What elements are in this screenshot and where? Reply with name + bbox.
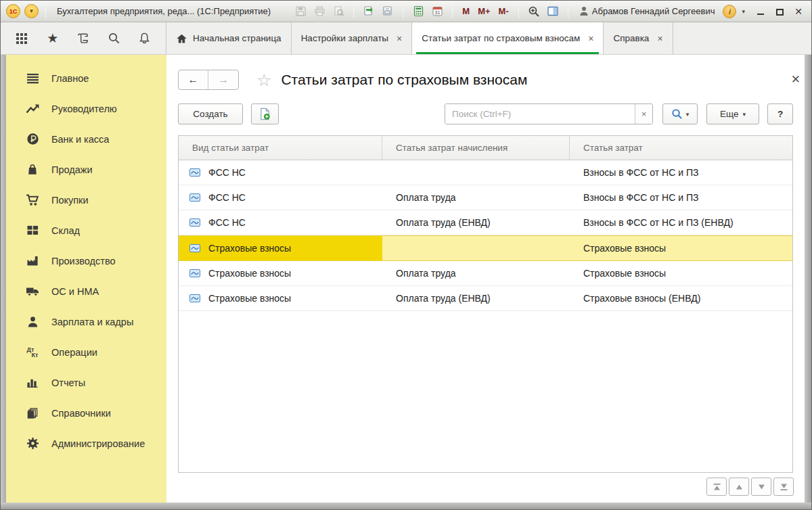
title-bar: 1С ▼ Бухгалтерия предприятия, реда... (1… [1,1,811,22]
table-row[interactable]: Страховые взносы Оплата труда Страховые … [179,261,792,286]
print-icon[interactable] [313,5,326,18]
sidebar-item-purchases[interactable]: Покупки [6,185,166,215]
zoom-icon[interactable] [527,5,541,18]
report-icon [25,376,40,390]
create-group-button[interactable] [251,103,279,124]
sidebar-item-salary-hr[interactable]: Зарплата и кадры [6,306,166,337]
all-functions-icon[interactable] [12,29,31,48]
tabbar-empty-space [673,22,811,54]
go-first-button[interactable] [706,478,727,496]
sidebar-item-label: Операции [51,347,97,358]
more-button[interactable]: Еще ▾ [706,103,759,124]
save-icon[interactable] [294,5,307,18]
info-dropdown-icon[interactable]: ▾ [742,8,745,15]
app-menu-dropdown-button[interactable]: ▼ [24,4,39,18]
sidebar-item-main[interactable]: Главное [6,63,166,93]
column-header-type[interactable]: Вид статьи затрат [179,136,382,160]
tab-help[interactable]: Справка × [604,22,673,54]
table-row[interactable]: Страховые взносы Оплата труда (ЕНВД) Стр… [179,286,792,311]
cell-accrual: Оплата труда [382,185,570,210]
tab-close-icon[interactable]: × [397,33,402,44]
cell-type: Страховые взносы [208,293,291,304]
tab-home[interactable]: Начальная страница [166,22,292,54]
receive-document-icon[interactable] [381,5,394,18]
column-header-accrual[interactable]: Статья затрат начисления [382,136,570,160]
tab-cost-items-insurance[interactable]: Статьи затрат по страховым взносам × [412,22,604,54]
calendar-day-label: 31 [434,10,440,15]
table-row[interactable]: ФСС НС Оплата труда Взносы в ФСС от НС и… [179,185,792,210]
cell-cost-item: Взносы в ФСС от НС и ПЗ [570,185,792,210]
sidebar-item-catalogs[interactable]: Справочники [6,398,166,428]
window-title: Бухгалтерия предприятия, реда... (1С:Пре… [57,6,271,16]
search-input[interactable] [445,104,635,124]
create-button[interactable]: Создать [178,103,243,124]
sidebar-item-sales[interactable]: Продажи [6,154,166,185]
split-window-icon[interactable] [546,5,560,18]
sidebar-item-administration[interactable]: Администрирование [6,428,166,459]
dropdown-icon: ▼ [29,8,35,14]
favorites-icon[interactable]: ★ [43,29,62,48]
cell-type: Страховые взносы [208,268,291,279]
sidebar-item-label: Производство [51,256,116,266]
dropdown-icon: ▾ [742,111,746,118]
separator [452,5,453,18]
sections-panel: Главное Руководителю Банк и касса Продаж… [6,55,166,503]
add-favorite-star-icon[interactable]: ☆ [256,70,271,90]
cell-cost-item: Страховые взносы (ЕНВД) [570,286,792,310]
sidebar-item-operations[interactable]: ДтКт Операции [6,337,166,367]
forward-button[interactable]: → [208,70,238,89]
window-right-frame[interactable] [805,55,811,503]
cell-type: ФСС НС [208,217,246,228]
history-nav: ← → [178,70,239,90]
cell-type: ФСС НС [208,167,246,178]
page-title: Статьи затрат по страховым взносам [281,72,527,88]
sidebar-item-fixed-assets[interactable]: ОС и НМА [6,276,166,306]
current-user[interactable]: Абрамов Геннадий Сергеевич [579,6,715,16]
memory-recall-button[interactable]: M [461,6,471,16]
table-row[interactable]: ФСС НС Взносы в ФСС от НС и ПЗ [179,160,792,185]
close-form-icon[interactable]: ✕ [791,74,800,85]
memory-plus-button[interactable]: M+ [476,6,491,16]
notifications-bell-icon[interactable] [135,29,154,48]
close-window-button[interactable]: ✕ [794,7,803,16]
search-global-icon[interactable] [104,29,123,48]
sidebar-item-label: Склад [51,225,80,236]
tab-close-icon[interactable]: × [657,33,662,44]
calendar-icon[interactable]: 31 [430,5,444,18]
more-label: Еще [720,109,738,119]
tab-label: Начальная страница [193,33,281,43]
cell-cost-item: Страховые взносы [570,236,792,260]
sidebar-item-warehouse[interactable]: Склад [6,215,166,246]
sidebar-item-reports[interactable]: Отчеты [6,367,166,398]
search-options-button[interactable]: ▾ [662,103,698,124]
tab-close-icon[interactable]: × [588,33,593,44]
history-icon[interactable] [74,29,93,48]
help-button[interactable]: ? [767,103,793,124]
go-last-button[interactable] [773,478,794,496]
table-row-selected[interactable]: Страховые взносы Страховые взносы [179,235,792,261]
print-preview-icon[interactable] [332,5,345,18]
send-document-icon[interactable] [362,5,376,18]
app-menu-button[interactable]: 1С [6,4,20,18]
go-up-button[interactable] [729,478,749,496]
back-button[interactable]: ← [179,70,208,89]
tab-label: Справка [613,33,649,43]
tab-salary-settings[interactable]: Настройки зарплаты × [292,22,413,54]
cell-cost-item: Взносы в ФСС от НС и ПЗ [570,160,792,185]
sidebar-item-manager[interactable]: Руководителю [6,93,166,124]
maximize-button[interactable] [775,7,784,16]
memory-minus-button[interactable]: M- [497,6,510,16]
table-row[interactable]: ФСС НС Оплата труда (ЕНВД) Взносы в ФСС … [179,210,792,235]
minimize-button[interactable] [756,7,765,16]
calculator-icon[interactable] [411,5,425,18]
user-icon [579,6,589,16]
info-button[interactable]: i [723,5,736,18]
list-navigation [706,478,794,496]
sidebar-item-production[interactable]: Производство [6,246,166,276]
sidebar-item-bank-cash[interactable]: Банк и касса [6,124,166,154]
sidebar-item-label: Продажи [51,164,93,175]
sidebar-item-label: Администрирование [51,438,145,449]
column-header-cost-item[interactable]: Статья затрат [570,136,792,160]
search-clear-icon[interactable]: × [635,104,652,124]
go-down-button[interactable] [751,478,771,496]
